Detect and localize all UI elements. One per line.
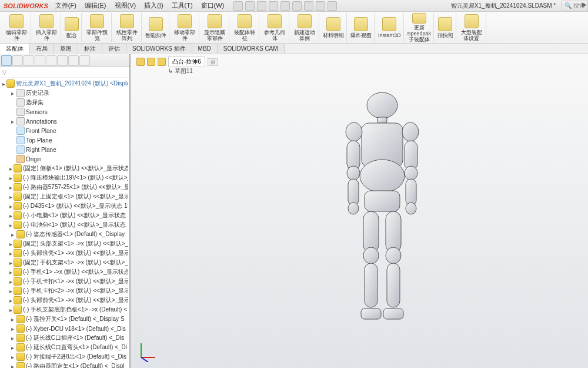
tree-item[interactable]: ▸(-) 手机支架底部挡板<1> ->x (Default) < — [1, 305, 128, 314]
tree-item[interactable]: ▸(固定) 上固定板<1> (默认) <<默认>_显示状态 — [1, 192, 128, 201]
ribbon-3[interactable]: 零部件预览 — [83, 13, 112, 42]
ribbon-11[interactable]: 材料明细 — [320, 13, 347, 42]
ribbon-icon — [326, 17, 340, 31]
tree-item[interactable]: ▸(-) 路由器固定架<1> (Default) <_Displ — [1, 362, 128, 368]
tree-item[interactable]: Right Plane — [1, 145, 128, 154]
menu-edit[interactable]: 编辑(E) — [81, 0, 110, 11]
tree-item-label: (-) 手机支架底部挡板<1> ->x (Default) < — [23, 306, 127, 314]
tree-item[interactable]: ▸(-) 头部前壳<1> ->x (默认) <<默认>_显示状态 1> — [1, 296, 128, 305]
tree-item-label: (-) 路由器固定架<1> (Default) <_Displ — [26, 362, 125, 368]
feature-tree-tab-icon[interactable] — [1, 55, 12, 66]
ribbon-2[interactable]: 配合 — [62, 13, 82, 42]
ribbon-10[interactable]: 新建运动算例 — [290, 13, 319, 42]
tree-item[interactable]: ▸(-) 手机<1> ->x (默认) <<默认>_显示状态 1> — [1, 267, 128, 277]
undo-icon[interactable] — [292, 1, 302, 11]
save-icon[interactable] — [269, 1, 278, 11]
tree-item[interactable]: ▸(-) 延长线C口直弯头<1> (Default) <_Di — [1, 343, 128, 352]
tree-item[interactable]: 选择集 — [1, 98, 128, 107]
open-icon[interactable] — [257, 1, 266, 11]
tree-item[interactable]: ▸(固定) 手机支架<1> ->x (默认) <<默认>_显示状态 — [1, 258, 128, 267]
menu-tools[interactable]: 工具(T) — [168, 0, 196, 11]
menu-window[interactable]: 窗口(W) — [198, 0, 228, 11]
new-icon[interactable] — [245, 1, 255, 11]
tree-item[interactable]: ▸(-) 遥控开关<1> (Default) <_Display S — [1, 314, 128, 324]
ribbon-6[interactable]: 移动零部件 — [171, 13, 199, 42]
display-tab-icon[interactable] — [46, 55, 56, 66]
tree-item[interactable]: ▸(-) Xyber-DCU v18<1> (Default) <_Dis — [1, 324, 128, 333]
dimxpert-tab-icon[interactable] — [35, 55, 45, 66]
ribbon-14[interactable]: 更新Speedpak子装配体 — [405, 13, 434, 42]
ribbon-9[interactable]: 参考几何体 — [260, 13, 289, 42]
tree-item-icon — [14, 306, 22, 314]
tab-7[interactable]: SOLIDWORKS CAM — [218, 44, 285, 53]
cam-tab-icon[interactable] — [57, 55, 68, 66]
svg-rect-22 — [383, 309, 403, 319]
breadcrumb-icon[interactable] — [136, 58, 145, 66]
tab-5[interactable]: SOLIDWORKS 插件 — [126, 44, 192, 54]
ribbon-8[interactable]: 装配体特征 — [230, 13, 259, 42]
ribbon-label: 显示隐藏零部件 — [203, 29, 226, 41]
property-tab-icon[interactable] — [12, 55, 23, 66]
tab-1[interactable]: 布局 — [30, 44, 54, 54]
breadcrumb-icon[interactable] — [147, 58, 155, 66]
tree-root[interactable]: ▸ 智元灵犀X1_整机_20241024 (默认) <Display State — [1, 79, 128, 88]
cam-op-tab-icon[interactable] — [68, 55, 79, 66]
print-icon[interactable] — [280, 1, 290, 11]
view-triad[interactable] — [136, 339, 160, 362]
tree-item[interactable]: Top Plane — [1, 135, 128, 145]
tree-item[interactable]: ▸(-) 降压模块输出19V<1> (默认) <<默认>_显示状 — [1, 173, 128, 183]
tree-item[interactable]: ▸历史记录 — [1, 88, 128, 98]
breadcrumb-sub[interactable]: ↳ 草图11 — [168, 67, 193, 75]
tree-item[interactable]: ▸(-) 对接端子2进8出<1> (Default) <_Dis — [1, 352, 128, 362]
ribbon-15[interactable]: 拍快照 — [435, 13, 456, 42]
tree-item[interactable]: ▸(-) 头部倍壳<1> ->x (默认) <<默认>_显示状态 1> — [1, 248, 128, 258]
tree-item[interactable]: ▸(-) 手机卡扣<2> ->x (默认) <<默认>_显示状态 1> — [1, 286, 128, 296]
tree-item[interactable]: ▸(-) 小电脑<1> (默认) <<默认>_显示状态 1> — [1, 211, 128, 220]
ribbon-1[interactable]: 插入零部件 — [32, 13, 61, 42]
tab-0[interactable]: 装配体 — [0, 44, 30, 54]
tree-item-icon — [14, 296, 22, 304]
tree-item[interactable]: ▸(-) 延长线C口插座<1> (Default) <_Dis — [1, 333, 128, 343]
rebuild-icon[interactable] — [316, 1, 325, 11]
tree-item[interactable]: ▸(固定) 侧板<1> (默认) <<默认>_显示状态 1> — [1, 164, 128, 173]
ribbon-16[interactable]: 大型装配体设置 — [457, 13, 486, 42]
breadcrumb-close-icon[interactable]: ⊘ — [208, 58, 218, 66]
menu-insert[interactable]: 插入(I) — [141, 0, 166, 11]
tab-3[interactable]: 标注 — [78, 44, 102, 54]
tree-item[interactable]: ▸(-) 电池包<1> (默认) <<默认>_显示状态 1> — [1, 220, 128, 230]
panel-overflow-icon[interactable]: ▶ — [582, 1, 587, 8]
graphics-viewport[interactable]: 凸台-拉伸6 ⊘ ↳ 草图11 — [131, 54, 588, 368]
home-icon[interactable] — [233, 1, 243, 11]
ribbon-7[interactable]: 显示隐藏零部件 — [201, 13, 229, 42]
tab-6[interactable]: MBD — [192, 44, 218, 53]
tree-item[interactable]: ▸(-) 手机卡扣<1> ->x (默认) <<默认>_显示状态 1> — [1, 277, 128, 286]
tree-item[interactable]: Sensors — [1, 107, 128, 117]
options-icon[interactable] — [328, 1, 337, 11]
breadcrumb-feature[interactable]: 凸台-拉伸6 — [168, 57, 205, 67]
cam-tool-tab-icon[interactable] — [79, 55, 90, 66]
tree-filter[interactable]: ▽ — [2, 69, 6, 75]
ribbon-13[interactable]: Instant3D — [376, 13, 404, 42]
select-icon[interactable] — [304, 1, 313, 11]
tree-item[interactable]: ▸(固定) 头部支架<1> ->x (默认) <<默认>_显示状态 — [1, 239, 128, 248]
tree-item[interactable]: ▸(-) 路由器5757-25<1> (默认) <<默认>_显示状态 — [1, 183, 128, 192]
ribbon-5[interactable]: 智能扣件 — [143, 13, 169, 42]
menu-file[interactable]: 文件(F) — [52, 0, 80, 11]
ribbon-0[interactable]: 编辑零部件 — [2, 13, 31, 42]
tree-item-label: Right Plane — [26, 147, 56, 153]
tree-item[interactable]: ▸(-) D435<1> (默认) <<默认>_显示状态 1> — [1, 201, 128, 211]
menu-view[interactable]: 视图(V) — [111, 0, 140, 11]
tree-item[interactable]: ▸(-) 姿态传感器<1> (Default) <_Display — [1, 230, 128, 239]
tab-4[interactable]: 评估 — [102, 44, 126, 54]
ribbon-icon — [354, 17, 368, 31]
tab-2[interactable]: 草图 — [54, 44, 78, 54]
config-tab-icon[interactable] — [24, 55, 34, 66]
breadcrumb-icon[interactable] — [158, 58, 166, 66]
tree-item-icon — [16, 136, 25, 144]
tree-item[interactable]: Origin — [1, 154, 128, 164]
svg-point-16 — [363, 247, 379, 264]
tree-item[interactable]: Front Plane — [1, 126, 128, 135]
ribbon-12[interactable]: 爆炸视图 — [348, 13, 375, 42]
tree-item[interactable]: ▸Annotations — [1, 117, 128, 126]
ribbon-4[interactable]: 线性零件阵列 — [113, 13, 142, 42]
